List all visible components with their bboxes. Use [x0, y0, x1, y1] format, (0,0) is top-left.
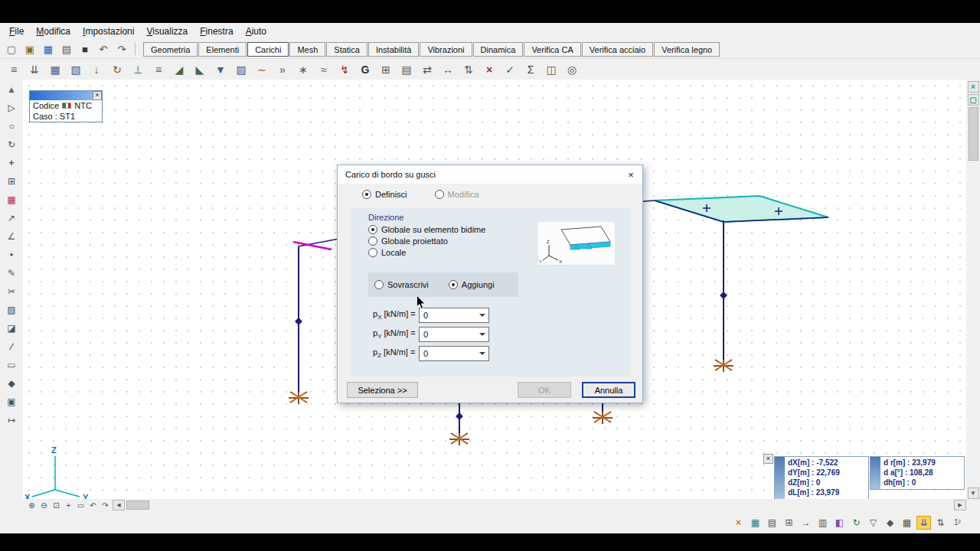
zoom-tool-icon[interactable]: ○	[3, 118, 20, 134]
select-pointer-icon[interactable]: ▷	[3, 99, 20, 116]
scroll-down-button[interactable]: ▼	[968, 487, 979, 499]
module-tab[interactable]: Statica	[326, 42, 368, 57]
menu-item[interactable]: Visualizza	[140, 24, 194, 39]
check-loads-icon[interactable]: ✓	[501, 60, 519, 79]
scale-loads-icon[interactable]: ⇅	[459, 60, 478, 79]
load-value-combobox[interactable]: 0	[419, 346, 489, 361]
wind-load-icon[interactable]: ≈	[315, 60, 333, 79]
print-icon[interactable]: ▤	[58, 41, 75, 57]
mesh-tool-icon[interactable]: ▧	[3, 302, 20, 318]
model-canvas[interactable]: Z X Y × Codice NTC Caso : ST1 Carico di …	[23, 80, 966, 499]
vertical-scrollbar-thumb[interactable]	[969, 107, 978, 161]
direction-radio[interactable]: Locale	[368, 248, 518, 257]
menu-item[interactable]: Modifica	[30, 24, 77, 39]
module-tab[interactable]: Instabilità	[368, 42, 419, 57]
grid-tool-icon[interactable]: ▣	[3, 393, 20, 409]
view-loads-icon[interactable]: ◫	[542, 60, 560, 79]
menu-item[interactable]: Finestra	[194, 24, 239, 39]
numbering-icon[interactable]: 1²	[950, 516, 965, 530]
horizontal-scrollbar-track[interactable]	[149, 500, 952, 510]
dialog-mode-radio[interactable]: Definisci	[362, 190, 407, 199]
trapezoidal-load-icon[interactable]: ◢	[170, 60, 188, 79]
previous-view-icon[interactable]: ↶	[87, 500, 99, 510]
scroll-up-icon[interactable]: ▲	[3, 81, 20, 97]
delete-loads-icon[interactable]: ×	[480, 60, 498, 79]
ruler-tool-icon[interactable]: ↦	[3, 412, 20, 428]
module-tab[interactable]: Verifica legno	[654, 42, 720, 57]
display-grid-icon[interactable]: ▦	[900, 516, 914, 530]
load-list-icon[interactable]: ≡	[5, 60, 23, 79]
apply-mode-radio[interactable]: Sovrascrivi	[374, 280, 429, 289]
snapshot-icon[interactable]: ■	[77, 41, 93, 57]
gravity-load-icon[interactable]: G	[356, 60, 374, 79]
horizontal-scrollbar-thumb[interactable]	[126, 500, 149, 510]
copy-tool-icon[interactable]: ⊞	[3, 173, 20, 189]
snow-load-icon[interactable]: ∗	[294, 60, 312, 79]
redo-icon[interactable]: ↷	[113, 41, 130, 57]
seleziona-button[interactable]: Seleziona >>	[347, 382, 418, 398]
module-tab[interactable]: Elementi	[198, 42, 247, 57]
restore-view-button[interactable]: ▢	[968, 94, 979, 106]
thermal-load-icon[interactable]: ∼	[253, 60, 271, 79]
edit-tool-icon[interactable]: ✎	[3, 265, 20, 281]
sort-descending-icon[interactable]: ⇊	[916, 516, 931, 530]
chevron-down-icon[interactable]	[476, 308, 488, 322]
direction-radio[interactable]: Globale proiettato	[368, 236, 518, 246]
table-view-icon[interactable]: ▦	[748, 516, 763, 530]
triangular-load-icon[interactable]: ◣	[191, 60, 209, 79]
sort-toggle-icon[interactable]: ⇅	[933, 516, 948, 530]
angle-tool-icon[interactable]: ∠	[3, 228, 20, 244]
nodal-moment-icon[interactable]: ↻	[108, 60, 126, 79]
close-coordinates-button[interactable]: ×	[763, 454, 773, 464]
seismic-load-icon[interactable]: ↯	[335, 60, 354, 79]
apply-mode-radio[interactable]: Aggiungi	[449, 280, 495, 289]
next-view-icon[interactable]: ↷	[100, 500, 111, 510]
clear-selection-icon[interactable]: ×	[731, 516, 746, 530]
grid-view-icon[interactable]: ⊞	[782, 516, 796, 530]
pan-view-icon[interactable]: +	[63, 500, 74, 510]
polyline-tool-icon[interactable]: ∕	[3, 338, 20, 354]
edge-load-icon[interactable]: ▦	[46, 60, 64, 79]
surface-load-icon[interactable]: ▧	[67, 60, 85, 79]
module-tab[interactable]: Vibrazioni	[420, 42, 472, 57]
ok-button[interactable]: OK	[518, 382, 571, 398]
new-document-icon[interactable]: ▢	[3, 41, 20, 57]
section-tool-icon[interactable]: ◪	[3, 320, 20, 336]
menu-item[interactable]: Impostazioni	[77, 24, 140, 39]
module-tab[interactable]: Mesh	[289, 42, 325, 57]
load-value-combobox[interactable]: 0	[419, 327, 489, 342]
direction-radio[interactable]: Globale su elemento bidime	[368, 225, 518, 234]
shell-load-icon[interactable]: ▨	[232, 60, 250, 79]
module-tab[interactable]: Verifica CA	[524, 42, 580, 57]
scroll-left-button[interactable]: ◀	[113, 500, 125, 510]
pan-tool-icon[interactable]: +	[3, 155, 20, 171]
module-tab[interactable]: Carichi	[247, 42, 289, 57]
scroll-right-button[interactable]: ▶	[954, 500, 966, 510]
chevron-down-icon[interactable]	[476, 328, 488, 341]
layers-icon[interactable]: ◧	[832, 516, 847, 530]
diamond-tool-icon[interactable]: ◆	[3, 375, 20, 391]
node-tool-icon[interactable]: ●	[3, 246, 20, 262]
rotate-view-icon[interactable]: ↻	[3, 136, 20, 152]
chevron-down-icon[interactable]	[476, 347, 488, 360]
close-icon[interactable]: ×	[93, 91, 102, 100]
loads-options-icon[interactable]: ◎	[563, 60, 581, 79]
module-tab[interactable]: Dinamica	[473, 42, 524, 57]
sum-loads-icon[interactable]: Σ	[521, 60, 540, 79]
undo-icon[interactable]: ↶	[95, 41, 112, 57]
cut-tool-icon[interactable]: ✂	[3, 283, 20, 299]
load-table-icon[interactable]: ▤	[397, 60, 416, 79]
beam-distributed-load-icon[interactable]: ≡	[149, 60, 168, 79]
export-icon[interactable]: →	[799, 516, 813, 530]
copy-loads-icon[interactable]: ⇄	[418, 60, 436, 79]
annulla-button[interactable]: Annulla	[582, 382, 635, 398]
pressure-load-icon[interactable]: ▼	[211, 60, 230, 79]
beam-point-load-icon[interactable]: ⊥	[129, 60, 147, 79]
measure-tool-icon[interactable]: ↗	[3, 210, 20, 226]
color-map-icon[interactable]: ▦	[3, 191, 20, 207]
zoom-extents-icon[interactable]: ⊡	[51, 500, 62, 510]
report-icon[interactable]: ▥	[815, 516, 830, 530]
module-tab[interactable]: Geometria	[143, 42, 198, 57]
list-view-icon[interactable]: ▤	[765, 516, 779, 530]
zoom-out-icon[interactable]: ⊖	[38, 500, 50, 510]
